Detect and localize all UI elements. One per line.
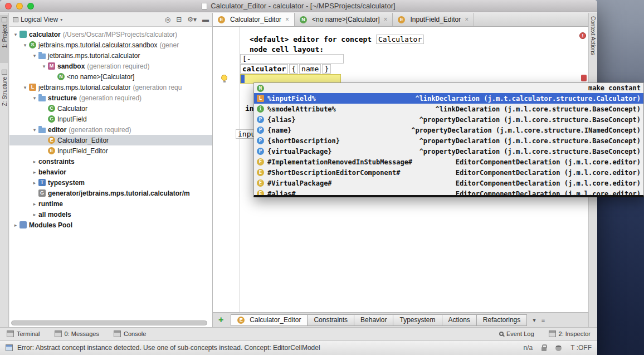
chevron-right-icon[interactable]: ▸: [31, 212, 38, 217]
editor-tab-calculator-editor[interactable]: ECalculator_Editor×: [213, 13, 295, 26]
settings-gear-icon[interactable]: ⚙▾: [187, 16, 197, 23]
zoom-window-icon[interactable]: [27, 3, 34, 9]
tree-item-modules-pool[interactable]: ▸Modules Pool: [9, 220, 212, 230]
tree-item-behavior[interactable]: ▸behavior: [9, 167, 212, 177]
tree-item-editor[interactable]: ▾editor (generation required): [9, 124, 212, 135]
tree-item-suffix: (generation required): [87, 62, 149, 70]
chevron-down-icon[interactable]: ▾: [21, 85, 29, 90]
locate-icon[interactable]: ◎: [165, 16, 170, 23]
aspect-tab-calculator-editor[interactable]: ECalculator_Editor: [231, 314, 308, 326]
brace-open-cell[interactable]: {: [289, 64, 298, 74]
minimize-window-icon[interactable]: [16, 3, 23, 9]
hide-tabs-icon[interactable]: ▾: [533, 317, 536, 324]
titlebar[interactable]: Calculator_Editor - calculator - [~/MPSP…: [0, 0, 597, 12]
close-window-icon[interactable]: [5, 3, 12, 9]
completion-item-alias[interactable]: E#alias#EditorComponentDeclaration (j.m.…: [254, 188, 643, 197]
aspect-tab-behavior[interactable]: Behavior: [354, 314, 393, 326]
console-icon: [114, 330, 121, 337]
aspect-tab-constraints[interactable]: Constraints: [307, 314, 354, 326]
chevron-right-icon[interactable]: ▸: [31, 159, 38, 164]
add-aspect-icon[interactable]: +: [218, 315, 223, 325]
toolwindow-tab-structure[interactable]: Z: Structure: [0, 67, 9, 121]
chevron-down-icon[interactable]: ▾: [31, 95, 38, 101]
chevron-down-icon[interactable]: ▾: [31, 53, 38, 59]
chevron-right-icon[interactable]: ▸: [31, 169, 38, 175]
tree-item-runtime[interactable]: ▸runtime: [9, 198, 212, 209]
toolwindow-button-2-inspector[interactable]: 2: Inspector: [549, 330, 591, 337]
toolwindow-button-label: Console: [124, 330, 146, 337]
tree-item-typesystem[interactable]: ▸Ttypesystem: [9, 177, 212, 188]
toolwindow-button-console[interactable]: Console: [114, 330, 146, 337]
editor-tab-inputfield-editor[interactable]: EInputField_Editor×: [393, 13, 474, 26]
aspect-tab-actions[interactable]: Actions: [442, 314, 477, 326]
toolwindow-button-0-messages[interactable]: 0: Messages: [55, 330, 99, 337]
tree-item-sandbox[interactable]: ▾Msandbox (generation required): [9, 61, 212, 71]
chevron-down-icon[interactable]: ▾: [12, 32, 19, 37]
project-panel-header: Logical View ▾ ◎ ⊟ ⚙▾ ▬: [9, 13, 212, 27]
horizontal-scrollbar[interactable]: [11, 320, 207, 325]
caret-position-indicator[interactable]: n/a: [524, 344, 533, 352]
typesystem-toggle[interactable]: T :OFF: [570, 344, 592, 352]
completion-action-label[interactable]: make constant: [577, 84, 641, 92]
completion-item-shortdescription[interactable]: P{shortDescription}^propertyDeclaration …: [254, 135, 643, 146]
toolwindow-button-terminal[interactable]: Terminal: [7, 330, 40, 337]
aspect-tab-refactorings[interactable]: Refactorings: [476, 314, 527, 326]
chevron-down-icon[interactable]: ▾: [21, 42, 29, 48]
brace-close-cell[interactable]: }: [322, 64, 331, 74]
chevron-right-icon[interactable]: ▸: [31, 180, 38, 186]
completion-item-inputfield[interactable]: L%inputField%^linkDeclaration (j.m.t.cal…: [254, 93, 643, 104]
chevron-down-icon[interactable]: ▾: [40, 64, 48, 69]
project-toolwindow-icon: [2, 17, 7, 22]
tab-list-icon[interactable]: ≡: [541, 317, 545, 323]
close-tab-icon[interactable]: ×: [465, 16, 469, 23]
tree-item-no-name-calculator[interactable]: N<no name>[Calculator]: [9, 71, 212, 82]
view-selector[interactable]: Logical View: [21, 16, 58, 23]
tree-item-calculator-editor[interactable]: ECalculator_Editor: [9, 135, 212, 145]
tree-item-all-models[interactable]: ▸all models: [9, 209, 212, 220]
toolwindow-bar-right: Event Log2: Inspector: [499, 330, 591, 337]
collapse-all-icon[interactable]: ⊟: [176, 16, 182, 23]
toolwindow-tab-context-actions[interactable]: Context Actions: [590, 16, 596, 55]
tree-item-label: typesystem: [48, 179, 85, 187]
completion-item-shortdescriptioneditorcomponent[interactable]: E#ShortDescriptionEditorComponent#Editor…: [254, 167, 643, 178]
tree-item-inputfield-editor[interactable]: EInputField_Editor: [9, 145, 212, 156]
chevron-down-icon[interactable]: ▾: [60, 17, 62, 22]
property-icon: P: [257, 127, 264, 134]
editor-line-3: [-: [240, 54, 344, 64]
tree-item-calculator[interactable]: ▾calculator (/Users/Oscar/MPSProjects/ca…: [9, 29, 212, 40]
name-cell[interactable]: name: [299, 64, 321, 74]
concept-reference-cell[interactable]: Calculator: [376, 35, 424, 44]
close-tab-icon[interactable]: ×: [383, 16, 387, 23]
chevron-down-icon[interactable]: ▾: [31, 127, 38, 133]
completion-item-alias[interactable]: P{alias}^propertyDeclaration (j.m.l.core…: [254, 114, 643, 125]
intention-bulb-icon[interactable]: [221, 75, 227, 81]
completion-item-implementationremovedinstubmessage[interactable]: E#ImplementationRemovedInStubMessage#Edi…: [254, 157, 643, 167]
constant-cell[interactable]: calculator: [240, 64, 288, 74]
completion-item-virtualpackage[interactable]: E#VirtualPackage#EditorComponentDeclarat…: [254, 178, 643, 188]
tree-item-structure[interactable]: ▾structure (generation required): [9, 93, 212, 103]
toolwindow-button-event-log[interactable]: Event Log: [499, 330, 534, 337]
tree-item-jetbrains-mps-tutorial-calculator[interactable]: ▾jetbrains.mps.tutorial.calculator: [9, 50, 212, 61]
completion-item-name[interactable]: P{name}^propertyDeclaration (j.m.l.core.…: [254, 125, 643, 135]
chevron-right-icon[interactable]: ▸: [12, 222, 19, 228]
collection-cell[interactable]: [-: [240, 54, 344, 64]
tree-item-inputfield[interactable]: CInputField: [9, 114, 212, 124]
completion-item-smodelattribute[interactable]: i%smodelAttribute%^linkDeclaration (j.m.…: [254, 104, 643, 114]
toolwindow-tab-project[interactable]: 1: Project: [0, 15, 9, 63]
unlock-icon[interactable]: [541, 347, 547, 351]
tree-item-generator-jetbrains-mps-tutorial-calculator-m[interactable]: Ggenerator/jetbrains.mps.tutorial.calcul…: [9, 188, 212, 198]
hide-panel-icon[interactable]: ▬: [202, 16, 209, 23]
tree-item-label: Calculator: [57, 105, 87, 113]
toolwindow-button-label: Event Log: [506, 330, 534, 337]
error-stripe-mark[interactable]: [581, 75, 587, 81]
tree-item-jetbrains-mps-tutorial-calculator[interactable]: ▾Ljetbrains.mps.tutorial.calculator (gen…: [9, 82, 212, 93]
tree-item-constraints[interactable]: ▸constraints: [9, 156, 212, 167]
close-tab-icon[interactable]: ×: [285, 16, 289, 23]
chevron-right-icon[interactable]: ▸: [31, 201, 38, 207]
aspect-tab-typesystem[interactable]: Typesystem: [393, 314, 442, 326]
completion-item-virtualpackage[interactable]: P{virtualPackage}^propertyDeclaration (j…: [254, 146, 643, 157]
editor-tab-no-name-calculator[interactable]: N<no name>[Calculator]×: [295, 13, 393, 26]
tree-item-jetbrains-mps-tutorial-calculator-sandbox[interactable]: ▾Sjetbrains.mps.tutorial.calculator.sand…: [9, 40, 212, 50]
highlighting-level-icon[interactable]: [555, 345, 562, 351]
tree-item-calculator[interactable]: CCalculator: [9, 103, 212, 114]
